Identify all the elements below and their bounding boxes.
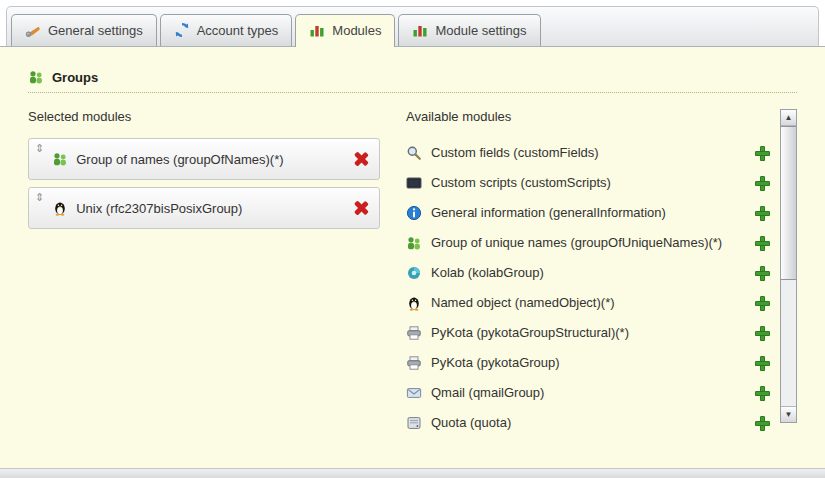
tab-label: Modules bbox=[332, 23, 381, 38]
modules-panel: Groups Selected modules ⇕ Group of names… bbox=[0, 46, 825, 478]
quota-icon bbox=[406, 415, 422, 431]
selected-module-label: Group of names (groupOfNames)(*) bbox=[76, 152, 345, 167]
available-module-row: Kolab (kolabGroup) bbox=[406, 258, 770, 288]
available-module-label: Qmail (qmailGroup) bbox=[431, 386, 746, 401]
tools-icon bbox=[25, 22, 41, 38]
penguin-icon bbox=[52, 200, 68, 216]
available-modules-list: Available modules Custom fields (customF… bbox=[406, 109, 770, 438]
available-module-row: Group of unique names (groupOfUniqueName… bbox=[406, 228, 770, 258]
available-module-label: Kolab (kolabGroup) bbox=[431, 266, 746, 281]
scrollbar[interactable]: ▲ ▼ bbox=[780, 109, 797, 423]
available-module-label: PyKota (pykotaGroup) bbox=[431, 356, 746, 371]
available-module-row: General information (generalInformation) bbox=[406, 198, 770, 228]
drag-handle-icon[interactable]: ⇕ bbox=[35, 188, 44, 203]
available-module-label: Quota (quota) bbox=[431, 416, 746, 431]
available-module-row: Qmail (qmailGroup) bbox=[406, 378, 770, 408]
drag-handle-icon[interactable]: ⇕ bbox=[35, 139, 44, 154]
printer-icon bbox=[406, 325, 422, 341]
screen-icon bbox=[406, 175, 422, 191]
sync-icon bbox=[174, 22, 190, 38]
footer-strip bbox=[0, 468, 825, 478]
selected-module-row: ⇕ Unix (rfc2307bisPosixGroup) bbox=[28, 187, 380, 229]
available-module-row: Named object (namedObject)(*) bbox=[406, 288, 770, 318]
tab-modules[interactable]: Modules bbox=[295, 14, 395, 47]
available-module-row: Custom fields (customFields) bbox=[406, 138, 770, 168]
add-module-icon[interactable] bbox=[755, 326, 770, 341]
add-module-icon[interactable] bbox=[755, 296, 770, 311]
add-module-icon[interactable] bbox=[755, 386, 770, 401]
modules-icon bbox=[309, 22, 325, 38]
tab-general-settings[interactable]: General settings bbox=[11, 14, 157, 46]
add-module-icon[interactable] bbox=[755, 356, 770, 371]
info-icon bbox=[406, 205, 422, 221]
scroll-up-icon[interactable]: ▲ bbox=[781, 110, 796, 126]
available-module-label: Custom fields (customFields) bbox=[431, 146, 746, 161]
modules-icon bbox=[412, 22, 428, 38]
tab-label: General settings bbox=[48, 23, 143, 38]
available-module-row: Quota (quota) bbox=[406, 408, 770, 438]
remove-module-icon[interactable] bbox=[353, 151, 369, 167]
add-module-icon[interactable] bbox=[755, 266, 770, 281]
available-module-row: PyKota (pykotaGroupStructural)(*) bbox=[406, 318, 770, 348]
selected-modules-heading: Selected modules bbox=[28, 109, 380, 124]
section-title: Groups bbox=[52, 70, 98, 85]
available-module-label: Named object (namedObject)(*) bbox=[431, 296, 746, 311]
available-modules-heading: Available modules bbox=[406, 109, 770, 124]
mail-icon bbox=[406, 385, 422, 401]
scrollbar-thumb[interactable] bbox=[781, 126, 796, 280]
tab-account-types[interactable]: Account types bbox=[160, 14, 293, 46]
selected-modules-column: Selected modules ⇕ Group of names (group… bbox=[28, 109, 380, 438]
selected-module-label: Unix (rfc2307bisPosixGroup) bbox=[76, 201, 345, 216]
group-icon bbox=[28, 69, 44, 85]
available-module-row: Custom scripts (customScripts) bbox=[406, 168, 770, 198]
available-module-row: PyKota (pykotaGroup) bbox=[406, 348, 770, 378]
tab-label: Module settings bbox=[435, 23, 526, 38]
module-columns: Selected modules ⇕ Group of names (group… bbox=[28, 109, 797, 438]
available-module-label: Group of unique names (groupOfUniqueName… bbox=[431, 236, 746, 251]
group-icon bbox=[406, 235, 422, 251]
available-modules-column: Available modules Custom fields (customF… bbox=[406, 109, 797, 438]
add-module-icon[interactable] bbox=[755, 416, 770, 431]
add-module-icon[interactable] bbox=[755, 206, 770, 221]
available-module-label: PyKota (pykotaGroupStructural)(*) bbox=[431, 326, 746, 341]
tab-label: Account types bbox=[197, 23, 279, 38]
scroll-down-icon[interactable]: ▼ bbox=[781, 406, 796, 422]
add-module-icon[interactable] bbox=[755, 146, 770, 161]
tab-bar: General settings Account types Modules bbox=[6, 6, 819, 46]
add-module-icon[interactable] bbox=[755, 176, 770, 191]
available-module-label: General information (generalInformation) bbox=[431, 206, 746, 221]
add-module-icon[interactable] bbox=[755, 236, 770, 251]
remove-module-icon[interactable] bbox=[353, 200, 369, 216]
magnifier-icon bbox=[406, 145, 422, 161]
tab-module-settings[interactable]: Module settings bbox=[398, 14, 540, 46]
available-module-label: Custom scripts (customScripts) bbox=[431, 176, 746, 191]
group-icon bbox=[52, 151, 68, 167]
groups-section-header: Groups bbox=[28, 69, 797, 93]
printer-icon bbox=[406, 355, 422, 371]
selected-module-row: ⇕ Group of names (groupOfNames)(*) bbox=[28, 138, 380, 180]
penguin-icon bbox=[406, 295, 422, 311]
kolab-icon bbox=[406, 265, 422, 281]
